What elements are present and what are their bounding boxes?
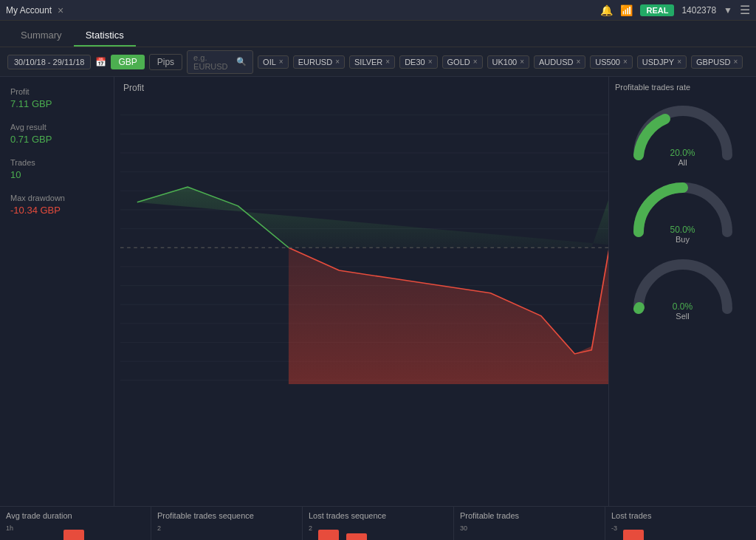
remove-silver-icon[interactable]: × (385, 58, 390, 66)
symbol-search[interactable]: e.g. EURUSD 🔍 (187, 50, 253, 74)
left-panel: Profit 7.11 GBP Avg result 0.71 GBP Trad… (0, 77, 114, 506)
bell-icon: 🔔 (600, 4, 613, 16)
profit-stat: Profit 7.11 GBP (10, 87, 103, 109)
gauge-sell: 0.0% Sell (615, 250, 750, 321)
profitable-trades-block: Profitable trades 30 20 10 0 Max Avg (454, 507, 605, 540)
search-placeholder: e.g. EURUSD (193, 53, 233, 71)
max-drawdown-stat: Max drawdown -10.34 GBP (10, 194, 103, 216)
title-bar-left: My Account × (6, 4, 63, 16)
remove-us500-icon[interactable]: × (623, 58, 628, 66)
profitable-sequence-title: Profitable trades sequence (157, 511, 296, 520)
chart-title: Profit (120, 83, 608, 93)
account-id: 1402378 (681, 5, 716, 16)
svg-marker-31 (289, 153, 608, 384)
currency-button[interactable]: GBP (111, 55, 144, 69)
account-title: My Account (6, 5, 52, 16)
dropdown-icon[interactable]: ▼ (724, 5, 732, 16)
lost-sequence-block: Lost trades sequence 2 1 1 0 Max Avg (303, 507, 454, 540)
max-drawdown-value: -10.34 GBP (10, 205, 103, 216)
symbol-tag-gold: GOLD × (442, 55, 483, 69)
filter-bar: 30/10/18 - 29/11/18 📅 GBP Pips e.g. EURU… (0, 47, 756, 77)
gauge-all-value: 20.0% (670, 148, 695, 158)
right-panel: Profitable trades rate 20.0% All 50.0% B… (608, 77, 756, 506)
lost-seq-max-bar: Max (318, 530, 339, 540)
remove-oil-icon[interactable]: × (279, 58, 284, 66)
real-badge: REAL (640, 4, 674, 16)
symbol-tag-de30: DE30 × (399, 55, 437, 69)
profit-value: 7.11 GBP (10, 98, 103, 109)
symbol-tag-gbpusd: GBPUSD × (691, 55, 743, 69)
search-icon: 🔍 (236, 57, 247, 66)
gauge-buy: 50.0% Buy (615, 173, 750, 244)
close-icon[interactable]: × (58, 4, 63, 16)
tab-statistics[interactable]: Statistics (74, 25, 136, 47)
tabs-bar: Summary Statistics (0, 21, 756, 47)
svg-marker-30 (137, 153, 608, 247)
lost-sequence-title: Lost trades sequence (309, 511, 447, 520)
trades-stat: Trades 10 (10, 158, 103, 180)
duration-lost-bar: Lost (63, 530, 84, 540)
avg-trade-duration-title: Avg trade duration (6, 511, 145, 520)
date-range-picker[interactable]: 30/10/18 - 29/11/18 (7, 55, 91, 69)
gauge-all: 20.0% All (615, 96, 750, 167)
lost-trades-title: Lost trades (611, 511, 750, 520)
profit-label: Profit (10, 87, 103, 96)
remove-usdjpy-icon[interactable]: × (677, 58, 681, 66)
max-drawdown-label: Max drawdown (10, 194, 103, 202)
profitable-sequence-block: Profitable trades sequence 2 1 1 0 Max A… (151, 507, 303, 540)
bottom-stats: Avg trade duration 1h 40m 20m 0m Profita… (0, 506, 756, 540)
calendar-icon[interactable]: 📅 (95, 57, 106, 67)
symbol-tag-oil: OIL × (258, 55, 289, 69)
remove-uk100-icon[interactable]: × (520, 58, 524, 66)
profit-chart: 10.00 8.57 7.14 5.71 4.29 2.86 1.43 0.00… (120, 96, 608, 386)
avg-result-stat: Avg result 0.71 GBP (10, 123, 103, 145)
remove-eurusd-icon[interactable]: × (335, 58, 340, 66)
lost-trades-max-bar: Max (623, 530, 644, 540)
gauge-sell-label: Sell (676, 312, 689, 321)
menu-icon[interactable]: ☰ (740, 3, 750, 17)
remove-de30-icon[interactable]: × (428, 58, 433, 66)
gauge-sell-value: 0.0% (673, 301, 693, 312)
gauge-buy-value: 50.0% (670, 225, 695, 235)
pips-button[interactable]: Pips (149, 54, 182, 70)
title-bar: My Account × 🔔 📶 REAL 1402378 ▼ ☰ (0, 0, 756, 21)
symbol-tag-us500: US500 × (590, 55, 632, 69)
signal-icon: 📶 (620, 4, 633, 16)
avg-result-label: Avg result (10, 123, 103, 131)
symbol-tag-silver: SILVER × (349, 55, 395, 69)
main-content: Profit 7.11 GBP Avg result 0.71 GBP Trad… (0, 77, 756, 506)
tab-summary[interactable]: Summary (9, 25, 74, 47)
symbol-tag-eurusd: EURUSD × (293, 55, 345, 69)
avg-result-value: 0.71 GBP (10, 134, 103, 145)
remove-gold-icon[interactable]: × (473, 58, 478, 66)
remove-audusd-icon[interactable]: × (576, 58, 580, 66)
lost-trades-block: Lost trades -3 -2 -1 0 Max Avg (605, 507, 756, 540)
chart-area: Profit 10.00 8.57 (114, 77, 608, 506)
avg-trade-duration-block: Avg trade duration 1h 40m 20m 0m Profita… (0, 507, 151, 540)
title-bar-right: 🔔 📶 REAL 1402378 ▼ ☰ (600, 3, 750, 17)
gauge-buy-label: Buy (676, 235, 690, 244)
symbol-tag-audusd: AUDUSD × (534, 55, 585, 69)
remove-gbpusd-icon[interactable]: × (734, 58, 738, 66)
trades-label: Trades (10, 158, 103, 167)
symbol-tag-uk100: UK100 × (487, 55, 529, 69)
gauge-section-title: Profitable trades rate (615, 83, 750, 92)
trades-value: 10 (10, 169, 103, 180)
lost-seq-avg-bar: Avg (346, 533, 367, 540)
symbol-tag-usdjpy: USDJPY × (637, 55, 687, 69)
gauge-all-label: All (678, 158, 687, 167)
profitable-trades-title: Profitable trades (460, 511, 599, 520)
